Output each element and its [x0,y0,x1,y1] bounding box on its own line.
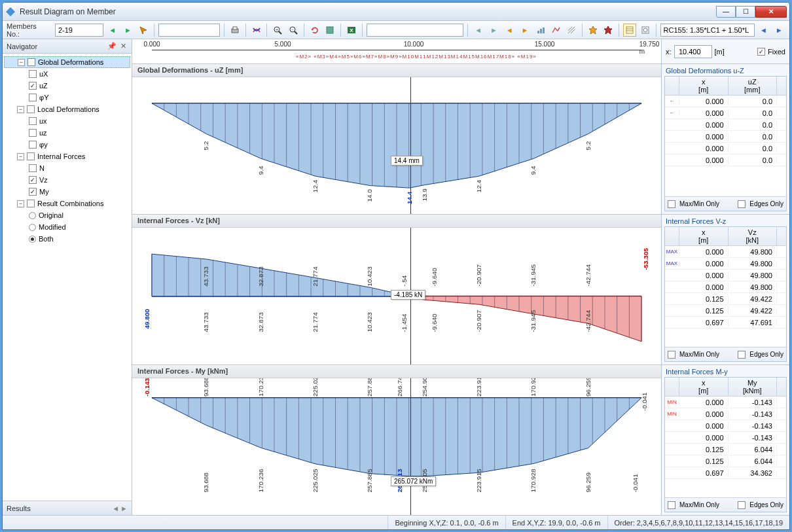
smooth-button[interactable] [250,24,263,37]
checkbox[interactable] [29,129,37,137]
tree-group[interactable]: −Internal Forces [4,151,130,162]
prev-member-button[interactable]: ◄ [106,24,119,37]
hatching-button[interactable] [565,24,578,37]
navigator-close-button[interactable]: ✕ [118,42,128,51]
radio-button[interactable] [29,224,36,231]
maximize-button[interactable]: ☐ [736,6,755,18]
table-row[interactable]: 0.0000.0 [665,143,786,154]
badge2-button[interactable] [602,24,615,37]
checkbox[interactable] [29,70,37,78]
pick-member-button[interactable] [137,24,150,37]
lc-next-button[interactable]: ► [772,24,785,37]
results-tab[interactable]: Results [7,505,31,512]
tree-item[interactable]: Modified [4,221,130,233]
checkbox[interactable]: ✓ [29,176,37,184]
table-row[interactable]: ←0.0000.0 [665,107,786,119]
badge1-button[interactable] [586,24,600,37]
options2-button[interactable] [639,24,652,37]
table-row[interactable]: 0.1256.044 [665,444,786,455]
tab-scroll-right[interactable]: ► [120,505,128,512]
expand-icon[interactable]: − [17,106,24,113]
group-checkbox[interactable] [27,152,35,160]
refresh-button[interactable] [308,24,321,37]
data-grid[interactable]: x[m]uZ[mm]←0.0000.0←0.0000.00.0000.00.00… [664,76,787,211]
checkbox[interactable]: ✓ [29,82,37,90]
diagram-style-button[interactable] [534,24,547,37]
table-row[interactable]: 0.69734.362 [665,467,786,479]
print-button[interactable] [228,24,242,37]
chart-body[interactable]: -0.143-0.04193.688170.236225.025257.8852… [132,378,661,515]
table-row[interactable]: MAX0.00049.800 [665,246,786,258]
table-row[interactable]: 0.0000.0 [665,119,786,131]
table-row[interactable]: 0.1256.044 [665,455,786,467]
zoom-in-button[interactable]: + [271,24,284,37]
tree-item[interactable]: ✓Vz [4,174,130,186]
table-row[interactable]: MIN0.000-0.143 [665,397,786,408]
edges-checkbox[interactable] [738,501,746,509]
tree-group[interactable]: −Global Deformations [4,56,130,68]
chart-body[interactable]: 5.29.412.414.014.413.912.49.45.214.4 mm [132,77,661,214]
checkbox[interactable] [29,94,37,101]
minimize-button[interactable]: — [716,6,736,18]
table-row[interactable]: 0.00049.800 [665,270,786,281]
table-row[interactable]: 0.69747.691 [665,317,786,328]
nav-first-button[interactable]: ◄ [472,24,485,37]
checkbox[interactable] [29,141,37,149]
table-row[interactable]: 0.000-0.143 [665,432,786,444]
members-select[interactable] [55,24,103,37]
edges-checkbox[interactable] [738,351,746,359]
cursor-line[interactable] [410,77,411,214]
expand-icon[interactable]: − [17,200,24,207]
table-row[interactable]: 0.12549.422 [665,305,786,317]
group-checkbox[interactable] [27,200,35,207]
tree-item[interactable]: ux [4,115,130,127]
table-row[interactable]: 0.12549.422 [665,293,786,305]
data-grid[interactable]: x[m]Vz[kN]MAX0.00049.800MAX0.00049.8000.… [664,226,787,362]
tree-item[interactable]: Original [4,209,130,221]
table-row[interactable]: MIN0.000-0.143 [665,408,786,420]
table-row[interactable]: 0.00049.800 [665,281,786,293]
tree-item[interactable]: Both [4,233,130,245]
tree-item[interactable]: uX [4,68,130,80]
filter-select[interactable] [367,24,463,37]
x-position-input[interactable] [674,45,712,58]
tree-item[interactable]: N [4,162,130,174]
data-grid[interactable]: x[m]My[kNm]MIN0.000-0.143MIN0.000-0.1430… [664,377,787,512]
table-row[interactable]: 0.000-0.143 [665,420,786,432]
lc-prev-button[interactable]: ◄ [757,24,770,37]
tree-group[interactable]: −Local Deformations [4,103,130,115]
tree-item[interactable]: φY [4,92,130,103]
next-member-button[interactable]: ► [122,24,135,37]
nav-next2-button[interactable]: ► [518,24,531,37]
edges-checkbox[interactable] [738,200,746,208]
nav-prev2-button[interactable]: ◄ [503,24,516,37]
fixed-checkbox[interactable]: ✓ [757,48,765,56]
maxmin-checkbox[interactable] [668,501,675,509]
tree-item[interactable]: uz [4,127,130,139]
excel-button[interactable]: X [345,24,358,37]
table-row[interactable]: MAX0.00049.800 [665,258,786,270]
secondary-select[interactable] [158,24,220,37]
tree-item[interactable]: ✓My [4,186,130,198]
export-button[interactable] [324,24,337,37]
checkbox[interactable] [29,117,37,125]
group-checkbox[interactable] [27,105,35,113]
options1-button[interactable] [623,24,636,37]
zoom-out-button[interactable]: - [287,24,300,37]
maxmin-checkbox[interactable] [668,351,675,359]
table-row[interactable]: ←0.0000.0 [665,96,786,107]
radio-button[interactable] [29,236,36,243]
checkbox[interactable]: ✓ [29,188,37,196]
table-row[interactable]: 0.0000.0 [665,131,786,143]
ruler-track[interactable]: 0.0005.00010.00015.00019.750 m«M2» «M3»M… [132,39,661,63]
maxmin-checkbox[interactable] [668,200,675,208]
tab-scroll-left[interactable]: ◄ [112,505,119,512]
line-style-button[interactable] [549,24,562,37]
close-button[interactable]: ✕ [755,6,787,18]
loadcase-combo[interactable] [660,24,755,37]
expand-icon[interactable]: − [18,59,25,66]
nav-prev-button[interactable]: ► [488,24,501,37]
tree-item[interactable]: φy [4,139,130,151]
radio-button[interactable] [29,212,36,219]
navigator-tree[interactable]: −Global DeformationsuX✓uZφY−Local Deform… [3,54,132,501]
